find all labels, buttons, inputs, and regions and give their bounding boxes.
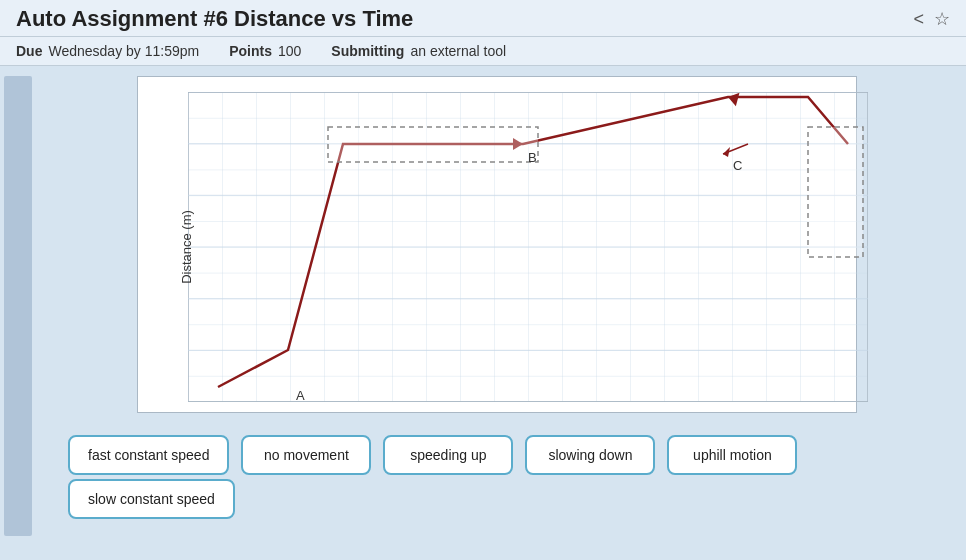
chart-svg: 12 10 8 6 4 2 <box>188 92 868 402</box>
answer-options-row2: slow constant speed <box>38 479 956 519</box>
header-icons: < ☆ <box>913 8 950 30</box>
option-slow-constant-speed[interactable]: slow constant speed <box>68 479 235 519</box>
meta-bar: Due Wednesday by 11:59pm Points 100 Subm… <box>0 37 966 66</box>
chart-container: Distance (m) 12 10 <box>137 76 857 413</box>
header-bar: Auto Assignment #6 Distance vs Time < ☆ <box>0 0 966 37</box>
dashed-box-right <box>808 127 863 257</box>
option-speeding-up[interactable]: speeding up <box>383 435 513 475</box>
submitting-label: Submitting <box>331 43 404 59</box>
points-value: 100 <box>278 43 301 59</box>
due-info: Due Wednesday by 11:59pm <box>16 43 199 59</box>
option-fast-constant-speed[interactable]: fast constant speed <box>68 435 229 475</box>
label-b: B <box>528 150 537 165</box>
page-title: Auto Assignment #6 Distance vs Time <box>16 6 413 32</box>
label-a: A <box>296 388 305 402</box>
due-value: Wednesday by 11:59pm <box>48 43 199 59</box>
dashed-box-top <box>328 127 538 162</box>
submitting-value: an external tool <box>410 43 506 59</box>
option-slowing-down[interactable]: slowing down <box>525 435 655 475</box>
main-content: Distance (m) 12 10 <box>38 76 956 536</box>
due-label: Due <box>16 43 42 59</box>
points-label: Points <box>229 43 272 59</box>
label-c: C <box>733 158 742 173</box>
option-uphill-motion[interactable]: uphill motion <box>667 435 797 475</box>
left-sidebar <box>4 76 32 536</box>
back-icon[interactable]: < <box>913 9 924 30</box>
points-info: Points 100 <box>229 43 301 59</box>
content-area: Distance (m) 12 10 <box>0 66 966 546</box>
submitting-info: Submitting an external tool <box>331 43 506 59</box>
option-no-movement[interactable]: no movement <box>241 435 371 475</box>
answer-options: fast constant speed no movement speeding… <box>38 435 956 475</box>
star-icon[interactable]: ☆ <box>934 8 950 30</box>
y-axis-label: Distance (m) <box>179 210 194 284</box>
